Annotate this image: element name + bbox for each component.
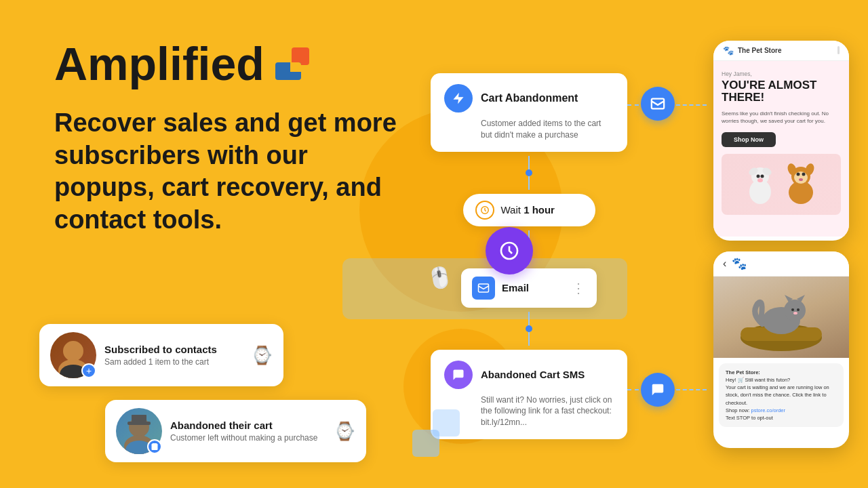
svg-point-26 [797,308,800,311]
cart-abandonment-card: Cart Abandonment Customer added items to… [431,73,627,152]
logo-row: Amplified [54,41,407,87]
clock-svg [480,205,490,215]
conn-dot-3 [526,325,532,332]
clock-icon [475,201,494,220]
svg-rect-3 [652,99,664,109]
cart-abandonment-title: Cart Abandonment [481,92,578,104]
phones-container: 🐾 The Pet Store Hey James, YOU'RE ALMOST… [713,7,856,481]
sms-bubble: The Pet Store: Hey! 🛒 Still want this fu… [719,363,844,428]
svg-point-15 [794,171,808,184]
phone-store-name: The Pet Store [738,47,781,54]
watch-icon-2: ⌚ [334,421,355,442]
add-icon-badge: + [81,363,96,378]
conn-line-6 [528,332,530,346]
sms-desc: Still want it? No worries, just click on… [444,394,614,428]
svg-point-18 [799,178,803,181]
cat-bg [713,277,849,358]
phone-bottom: ‹ 🐾 [713,251,849,448]
conn-line-2 [528,176,530,190]
clock-purple-icon [498,240,520,262]
plus-icon: + [86,366,92,375]
svg-point-10 [757,178,763,182]
svg-point-28 [63,341,83,361]
deco-svg [412,409,467,464]
logo-icon-notch [290,62,301,72]
phone-bottom-icon: 🐾 [732,256,747,271]
email-right-circle [641,87,675,121]
email-right-icon [650,96,665,111]
clock-purple-circle [486,227,533,274]
phone-scrollbar [837,46,840,54]
activity-subtitle-1: Sam added 1 item to the cart [104,357,243,367]
email-label: Email [502,282,529,293]
phone-product-image [713,277,849,358]
email-card[interactable]: Email ⋮ [461,268,597,308]
email-menu-dots[interactable]: ⋮ [572,281,586,295]
activity-avatar-2-container [116,408,162,454]
svg-point-17 [802,172,805,176]
phone-email-body: Hey James, YOU'RE ALMOST THERE! Seems li… [713,61,849,237]
dashed-to-phone-top [676,104,707,106]
svg-rect-1 [479,284,489,292]
conn-line-1 [528,156,530,169]
activity-card-1: + Subscribed to contacts Sam added 1 ite… [39,324,283,386]
dog-1 [743,161,777,208]
activity-card-2: Abandoned their cart Customer left witho… [105,400,366,462]
phone-dogs-image [722,154,841,215]
chat-right-circle [641,373,675,407]
conn-dot-1 [526,169,532,176]
sms-title: Abandoned Cart SMS [481,369,585,380]
activity-subtitle-2: Customer left without making a purchase [170,433,326,443]
email-icon [477,282,490,294]
deco-shapes [412,409,467,466]
phone-back-arrow[interactable]: ‹ [723,258,726,270]
sms-icon-circle [444,361,473,389]
logo-text: Amplified [54,41,264,87]
wait-label: Wait [501,204,524,216]
wait-hour-text: Wait 1 hour [501,204,555,216]
dashed-to-phone-bottom [676,389,707,390]
card-header: Cart Abandonment [444,84,614,113]
svg-rect-35 [132,415,146,423]
svg-point-27 [793,312,797,314]
sms-icon [452,368,465,382]
svg-rect-38 [433,409,460,436]
activity-info-1: Subscribed to contacts Sam added 1 item … [104,344,243,367]
svg-point-16 [796,172,800,176]
email-icon-box [472,277,495,300]
lightning-icon [452,92,465,105]
phone-status-bar: 🐾 The Pet Store [713,41,849,61]
email-section: Email ⋮ [431,268,627,308]
dog-2 [783,161,820,208]
cart-icon-badge [147,439,162,454]
logo-icon [275,47,309,80]
cart-icon-circle [444,84,473,113]
cart-badge-svg [151,443,159,451]
activity-title-1: Subscribed to contacts [104,344,243,355]
wait-hour-pill: Wait 1 hour [463,194,595,226]
corgi-svg [783,161,820,205]
phone-shop-btn[interactable]: Shop Now [722,132,776,147]
email-card-left: Email [472,277,529,300]
phone-top: 🐾 The Pet Store Hey James, YOU'RE ALMOST… [713,41,849,241]
logo-icon-blue [275,62,301,80]
phone-body-text: Seems like you didn't finish checking ou… [722,110,841,125]
sms-card-header: Abandoned Cart SMS [444,361,614,389]
connector-1 [431,152,627,194]
phone-headline: YOU'RE ALMOST THERE! [722,79,841,104]
phone-paw-icon: 🐾 [723,45,734,56]
phone-greeting: Hey James, [722,70,841,77]
svg-point-8 [756,174,760,178]
activity-title-2: Abandoned their cart [170,420,326,431]
cart-abandonment-desc: Customer added items to the cart but did… [444,118,614,141]
svg-point-25 [791,308,794,311]
svg-point-9 [760,174,764,178]
sms-link[interactable]: pstore.co/order [751,407,785,413]
activity-avatar-1-container: + [50,332,96,378]
white-dog-svg [743,161,777,205]
hero-tagline: Recover sales and get more subscribers w… [54,107,407,236]
activity-info-2: Abandoned their cart Customer left witho… [170,420,326,443]
hero-section: Amplified Recover sales and get more sub… [54,41,407,236]
chat-right-icon [650,382,665,397]
phone-nav-bar: ‹ 🐾 [713,251,849,277]
